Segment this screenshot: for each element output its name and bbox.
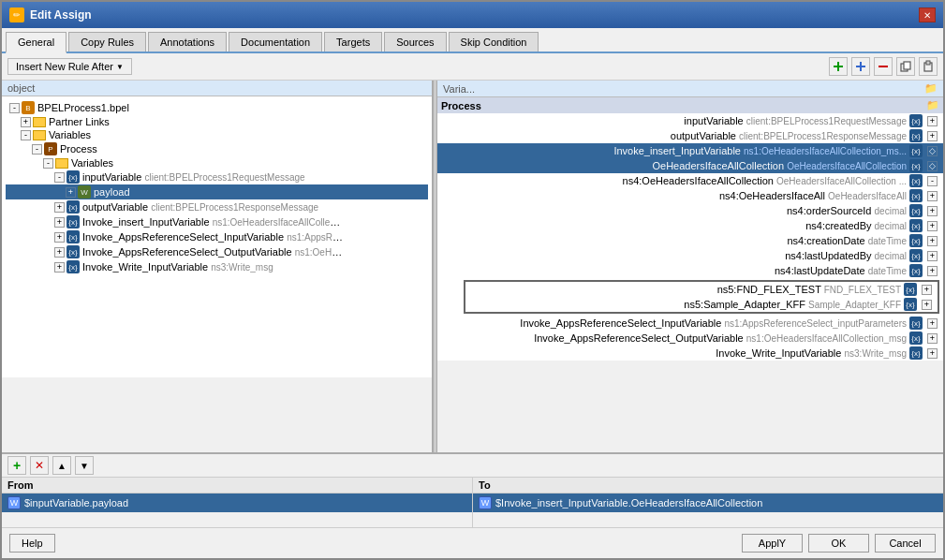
expand-process[interactable]: - [32, 144, 42, 155]
tree-item-invoke-write[interactable]: + {x} Invoke_Write_InputVariable ns3:Wri… [6, 259, 428, 274]
rv-sample-adapter-expand[interactable]: + [922, 300, 932, 310]
right-panel: Varia... 📁 Process 📁 inputVariable clien… [437, 81, 943, 452]
tab-skip-condition[interactable]: Skip Condition [449, 32, 539, 52]
rv-oeheaders[interactable]: OeHeadersIfaceAllCollection OeHeadersIfa… [437, 158, 943, 173]
rv-creationdate-expand[interactable]: + [927, 236, 938, 246]
tree-item-partnerlinks[interactable]: + Partner Links [6, 115, 428, 128]
rv-ordersourceid-icon: {x} [909, 204, 923, 217]
add-blue-icon-btn[interactable] [851, 57, 870, 76]
expand-inputvar[interactable]: - [54, 172, 65, 183]
rv-ns4-expand[interactable]: - [927, 176, 938, 186]
expand-invoke-write[interactable]: + [54, 262, 65, 273]
rv-invoke-insert-expand[interactable]: ◇ [927, 146, 938, 156]
mapping-delete-btn[interactable]: ✕ [30, 456, 49, 475]
from-row-value: $inputVariable.payload [24, 497, 128, 508]
rv-ns4-oeheadersall[interactable]: ns4:OeHeadersIfaceAll OeHeadersIfaceAll … [437, 188, 943, 203]
partnerlinks-label: Partner Links [49, 116, 110, 127]
left-tree-scroll[interactable]: - B BPELProcess1.bpel + Partner Links [2, 96, 432, 452]
expand-variables-top[interactable]: - [21, 130, 31, 140]
rv-lastupdatedby-expand[interactable]: + [927, 251, 938, 261]
rv-createdby-expand[interactable]: + [927, 221, 938, 231]
rv-invoke-insert[interactable]: Invoke_insert_InputVariable ns1:OeHeader… [437, 143, 943, 158]
apply-button[interactable]: ApplY [742, 534, 803, 553]
expand-partnerlinks[interactable]: + [21, 117, 31, 127]
tree-item-payload[interactable]: + W payload [6, 184, 428, 199]
rv-createdby[interactable]: ns4:createdBy decimal {x} + [437, 218, 943, 233]
tree-item-invoke-insert[interactable]: + {x} Invoke_insert_InputVariable ns1:Oe… [6, 214, 428, 229]
svg-rect-6 [904, 62, 910, 69]
tree-item-process[interactable]: - P Process [6, 141, 428, 156]
expand-invoke-appsref1[interactable]: + [54, 232, 65, 243]
add-green-icon-btn[interactable] [829, 57, 848, 76]
rv-lastupdatedby-icon: {x} [909, 249, 923, 262]
mapping-from-row[interactable]: W $inputVariable.payload [2, 494, 472, 512]
mapping-to-row[interactable]: W $Invoke_insert_InputVariable.OeHeaders… [473, 494, 943, 512]
close-button[interactable]: ✕ [919, 7, 936, 22]
invoke-write-icon: {x} [66, 260, 80, 273]
invoke-appsref1-icon: {x} [66, 230, 80, 243]
mapping-down-btn[interactable]: ▼ [75, 456, 94, 475]
expand-invoke-appsref2[interactable]: + [54, 247, 65, 258]
rv-creationdate-icon: {x} [909, 234, 923, 247]
rv-lastupdatedate-expand[interactable]: + [927, 266, 938, 276]
rv-ordersourceid[interactable]: ns4:orderSourceId decimal {x} + [437, 203, 943, 218]
expand-outputvar[interactable]: + [54, 202, 65, 213]
rv-invoke-write-expand[interactable]: + [927, 348, 938, 359]
rv-fnd-flex[interactable]: ns5:FND_FLEX_TEST FND_FLEX_TEST {x} + [465, 282, 938, 297]
delete-red-icon-btn[interactable] [874, 57, 893, 76]
tree-item-inputvar[interactable]: - {x} inputVariable client:BPELProcess1R… [6, 169, 428, 184]
rv-ns4all-expand[interactable]: + [927, 191, 938, 201]
mapping-from-col: From W $inputVariable.payload [2, 478, 473, 527]
rv-appsref1-expand[interactable]: + [927, 318, 938, 329]
tab-copy-rules[interactable]: Copy Rules [68, 32, 146, 52]
outputvar-icon: {x} [66, 200, 80, 214]
left-tree: - B BPELProcess1.bpel + Partner Links [2, 96, 432, 377]
rv-oeheaders-expand[interactable]: ◇ [927, 161, 938, 171]
process-section-header: Process 📁 [437, 97, 943, 113]
insert-rule-btn[interactable]: Insert New Rule After ▼ [7, 58, 132, 75]
ok-button[interactable]: OK [808, 534, 869, 553]
tab-general[interactable]: General [6, 32, 66, 53]
rv-ordersourceid-expand[interactable]: + [927, 206, 938, 216]
tab-targets[interactable]: Targets [324, 32, 382, 52]
copy-icon-btn[interactable] [896, 57, 915, 76]
rv-lastupdatedate[interactable]: ns4:lastUpdateDate dateTime {x} + [437, 263, 943, 278]
cancel-button[interactable]: Cancel [875, 534, 936, 553]
rv-creationdate[interactable]: ns4:creationDate dateTime {x} + [437, 233, 943, 248]
tree-item-outputvar[interactable]: + {x} outputVariable client:BPELProcess1… [6, 199, 428, 214]
tree-item-variables-proc[interactable]: - Variables [6, 156, 428, 169]
rv-appsref1-icon: {x} [909, 317, 923, 330]
rv-sample-adapter[interactable]: ns5:Sample_Adapter_KFF Sample_Adapter_KF… [465, 297, 938, 312]
rv-invoke-appsref2[interactable]: Invoke_AppsReferenceSelect_OutputVariabl… [437, 331, 943, 346]
expand-bpel[interactable]: - [9, 103, 20, 113]
invoke-write-label: Invoke_Write_InputVariable ns3:Write_msg [82, 261, 273, 273]
tree-item-variables-top[interactable]: - Variables [6, 128, 428, 141]
rv-inputvar[interactable]: inputVariable client:BPELProcess1Request… [437, 113, 943, 128]
help-button[interactable]: Help [9, 534, 55, 553]
tab-annotations[interactable]: Annotations [148, 32, 227, 52]
rv-invoke-appsref1[interactable]: Invoke_AppsReferenceSelect_InputVariable… [437, 316, 943, 331]
rv-inputvar-expand[interactable]: + [927, 116, 938, 126]
expand-variables-proc[interactable]: - [43, 158, 53, 169]
tree-item-invoke-appsref1[interactable]: + {x} Invoke_AppsReferenceSelect_InputVa… [6, 229, 428, 244]
expand-invoke-insert[interactable]: + [54, 217, 65, 228]
rv-lastupdatedby[interactable]: ns4:lastUpdatedBy decimal {x} + [437, 248, 943, 263]
mapping-from-header: From [2, 478, 472, 494]
tab-sources[interactable]: Sources [384, 32, 446, 52]
rv-outputvar[interactable]: outputVariable client:BPELProcess1Respon… [437, 128, 943, 143]
tree-item-bpel[interactable]: - B BPELProcess1.bpel [6, 100, 428, 115]
rv-fnd-flex-expand[interactable]: + [922, 285, 932, 295]
paste-icon-btn[interactable] [919, 57, 938, 76]
rv-invoke-write[interactable]: Invoke_Write_InputVariable ns3:Write_msg… [437, 346, 943, 361]
rv-outputvar-expand[interactable]: + [927, 131, 938, 141]
expand-payload[interactable]: + [66, 187, 76, 198]
mapping-add-btn[interactable]: + [7, 456, 26, 475]
rv-ns4-oeheaders-coll[interactable]: ns4:OeHeadersIfaceAllCollection OeHeader… [437, 173, 943, 188]
right-variable-tree: Process 📁 inputVariable client:BPELProce… [437, 97, 943, 361]
tab-documentation[interactable]: Documentation [229, 32, 322, 52]
mapping-up-btn[interactable]: ▲ [52, 456, 71, 475]
right-panel-scroll[interactable]: Process 📁 inputVariable client:BPELProce… [437, 97, 943, 452]
rv-appsref2-expand[interactable]: + [927, 333, 938, 344]
dropdown-arrow: ▼ [116, 63, 124, 71]
tree-item-invoke-appsref2[interactable]: + {x} Invoke_AppsReferenceSelect_OutputV… [6, 244, 428, 259]
